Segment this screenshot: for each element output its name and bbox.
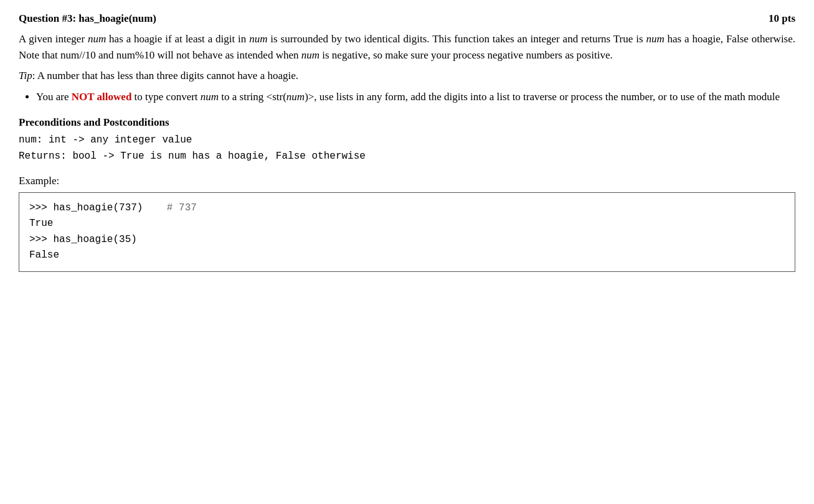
code-line-1: >>> has_hoagie(737) # 737	[29, 200, 785, 217]
code-line-3: >>> has_hoagie(35)	[29, 232, 785, 248]
code-line-2: True	[29, 216, 785, 232]
code-line-4: False	[29, 248, 785, 264]
example-label: Example:	[19, 175, 795, 187]
description-paragraph1: A given integer num has a hoagie if at l…	[19, 31, 795, 64]
code-example-line1: >>> has_hoagie(737)	[29, 202, 143, 213]
bullet-list: You are NOT allowed to type convert num …	[36, 89, 795, 105]
question-header: Question #3: has_hoagie(num) 10 pts	[19, 12, 795, 25]
tip-paragraph: Tip: A number that has less than three d…	[19, 68, 795, 84]
preconditions-line1: num: int -> any integer value	[19, 133, 795, 149]
not-allowed-text: NOT allowed	[72, 91, 132, 103]
bullet-item-1: You are NOT allowed to type convert num …	[36, 89, 795, 105]
code-box: >>> has_hoagie(737) # 737 True >>> has_h…	[19, 192, 795, 272]
question-title: Question #3: has_hoagie(num)	[19, 12, 156, 25]
preconditions-line2: Returns: bool -> True is num has a hoagi…	[19, 149, 795, 165]
example-section: Example: >>> has_hoagie(737) # 737 True …	[19, 175, 795, 272]
points-label: 10 pts	[769, 12, 795, 25]
preconditions-section: Preconditions and Postconditions num: in…	[19, 116, 795, 164]
preconditions-title: Preconditions and Postconditions	[19, 116, 795, 129]
code-comment-1: # 737	[167, 202, 197, 213]
